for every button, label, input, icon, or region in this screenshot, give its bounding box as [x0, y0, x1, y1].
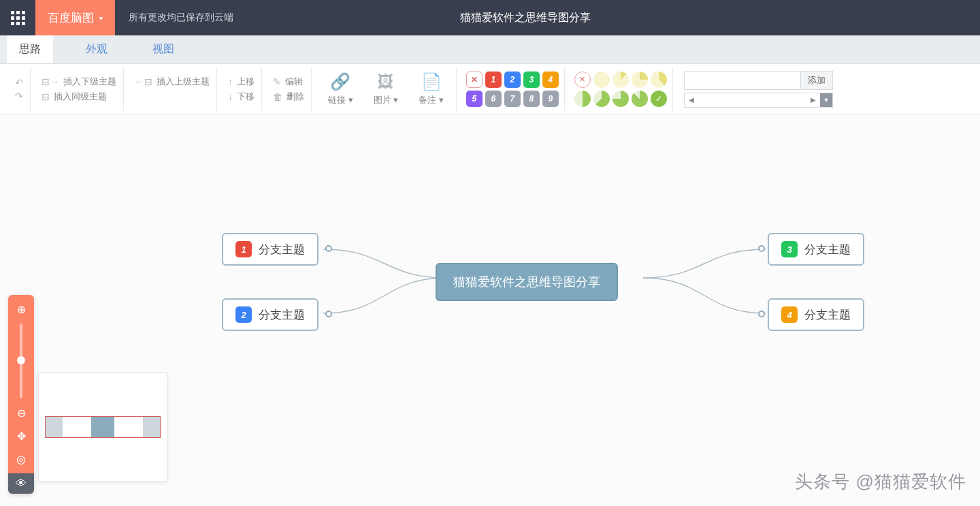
progress-2[interactable] [632, 72, 648, 88]
center-node-text: 猫猫爱软件之思维导图分享 [453, 274, 600, 290]
port-icon[interactable] [758, 311, 765, 317]
insert-parent-button[interactable]: ←⊟插入上级主题 [135, 76, 210, 88]
priority-6[interactable]: 6 [485, 91, 502, 107]
delete-button[interactable]: 🗑删除 [273, 91, 304, 103]
scroll-right-icon[interactable]: ▶ [806, 96, 820, 104]
tab-idea[interactable]: 思路 [7, 35, 53, 63]
save-status: 所有更改均已保存到云端 [115, 12, 247, 24]
progress-3[interactable] [651, 72, 667, 88]
toolbar: ↶ ↷ ⊟→插入下级主题 ⊟插入同级主题 ←⊟插入上级主题 ↑上移 ↓下移 ✎编… [0, 64, 980, 114]
trash-icon: 🗑 [273, 91, 282, 102]
brand-dropdown[interactable]: 百度脑图 ▾ [35, 0, 115, 35]
progress-0[interactable] [593, 72, 610, 88]
minimap-toggle-button[interactable]: 👁 [8, 473, 34, 494]
insert-parent-icon: ←⊟ [135, 76, 152, 87]
undo-button[interactable]: ↶ [15, 77, 23, 88]
document-title: 猫猫爱软件之思维导图分享 [247, 11, 980, 25]
progress-group: ✕ ✓ [569, 67, 673, 111]
insert-sibling-icon: ⊟ [42, 91, 50, 102]
branch-3-text: 分支主题 [804, 242, 851, 257]
note-button[interactable]: 📄备注 ▾ [413, 72, 449, 106]
note-icon: 📄 [421, 72, 442, 91]
move-up-button[interactable]: ↑上移 [228, 76, 255, 88]
priority-4[interactable]: 4 [542, 72, 559, 88]
port-icon[interactable] [325, 245, 332, 252]
minimap[interactable] [38, 373, 167, 481]
progress-4[interactable] [574, 91, 591, 107]
branch-node-2[interactable]: 2 分支主题 [222, 298, 318, 331]
undo-icon: ↶ [15, 77, 23, 88]
link-button[interactable]: 🔗链接 ▾ [323, 72, 359, 106]
progress-done[interactable]: ✓ [651, 91, 667, 107]
edit-button[interactable]: ✎编辑 [273, 76, 304, 88]
link-icon: 🔗 [330, 72, 350, 91]
locate-button[interactable]: ◎ [12, 450, 30, 468]
priority-2[interactable]: 2 [504, 72, 521, 88]
progress-1[interactable] [612, 72, 629, 88]
scroll-left-icon[interactable]: ◀ [685, 96, 698, 104]
resource-dropdown[interactable]: ▼ [820, 93, 832, 107]
minimap-viewport[interactable] [45, 416, 161, 438]
progress-remove[interactable]: ✕ [574, 72, 591, 88]
port-icon[interactable] [758, 245, 765, 252]
image-button[interactable]: 🖼图片 ▾ [368, 72, 404, 106]
tab-bar: 思路 外观 视图 [0, 35, 980, 64]
branch-2-text: 分支主题 [259, 307, 305, 323]
redo-icon: ↷ [15, 91, 23, 101]
badge-3-icon: 3 [781, 241, 798, 257]
badge-4-icon: 4 [781, 306, 798, 323]
resource-box: 添加 ◀ ▶ ▼ [677, 67, 833, 112]
branch-node-1[interactable]: 1 分支主题 [222, 233, 318, 266]
priority-7[interactable]: 7 [504, 91, 521, 107]
branch-node-4[interactable]: 4 分支主题 [768, 298, 864, 331]
move-down-button[interactable]: ↓下移 [228, 91, 255, 103]
badge-2-icon: 2 [235, 306, 252, 323]
redo-button[interactable]: ↷ [15, 91, 23, 101]
insert-sibling-button[interactable]: ⊟插入同级主题 [42, 91, 116, 103]
priority-9[interactable]: 9 [542, 91, 559, 107]
image-icon: 🖼 [378, 72, 394, 91]
tab-appearance[interactable]: 外观 [74, 35, 120, 63]
apps-grid-icon [11, 11, 25, 25]
zoom-panel: ⊕ ⊖ ✥ ◎ 👁 [8, 295, 34, 494]
tab-view[interactable]: 视图 [140, 35, 186, 63]
insert-child-icon: ⊟→ [42, 76, 59, 87]
resource-input[interactable] [685, 72, 800, 89]
priority-1[interactable]: 1 [485, 72, 502, 88]
progress-7[interactable] [632, 91, 648, 107]
zoom-in-button[interactable]: ⊕ [12, 300, 30, 318]
priority-3[interactable]: 3 [523, 72, 540, 88]
zoom-thumb[interactable] [17, 356, 25, 364]
progress-6[interactable] [612, 91, 629, 107]
branch-node-3[interactable]: 3 分支主题 [768, 233, 864, 266]
priority-remove[interactable]: ✕ [466, 72, 483, 88]
apps-menu-button[interactable] [0, 0, 35, 35]
branch-1-text: 分支主题 [259, 242, 305, 257]
port-icon[interactable] [325, 311, 332, 317]
center-node[interactable]: 猫猫爱软件之思维导图分享 [436, 263, 618, 301]
zoom-out-button[interactable]: ⊖ [12, 404, 30, 422]
zoom-slider[interactable] [20, 323, 22, 398]
arrow-up-icon: ↑ [228, 76, 233, 87]
arrow-down-icon: ↓ [228, 91, 233, 102]
app-header: 百度脑图 ▾ 所有更改均已保存到云端 猫猫爱软件之思维导图分享 [0, 0, 980, 35]
priority-8[interactable]: 8 [523, 91, 540, 107]
chevron-down-icon: ▾ [99, 14, 103, 22]
brand-label: 百度脑图 [48, 10, 94, 26]
insert-child-button[interactable]: ⊟→插入下级主题 [42, 76, 116, 88]
add-resource-button[interactable]: 添加 [800, 72, 832, 89]
badge-1-icon: 1 [235, 241, 252, 257]
resource-scroll: ◀ ▶ ▼ [684, 93, 833, 108]
priority-group: ✕ 1 2 3 4 5 6 7 8 9 [461, 67, 565, 111]
priority-5[interactable]: 5 [466, 91, 483, 107]
watermark-text: 头条号 @猫猫爱软件 [795, 470, 966, 494]
branch-4-text: 分支主题 [804, 307, 851, 323]
pan-button[interactable]: ✥ [12, 427, 30, 445]
progress-5[interactable] [593, 91, 610, 107]
edit-icon: ✎ [273, 76, 281, 87]
